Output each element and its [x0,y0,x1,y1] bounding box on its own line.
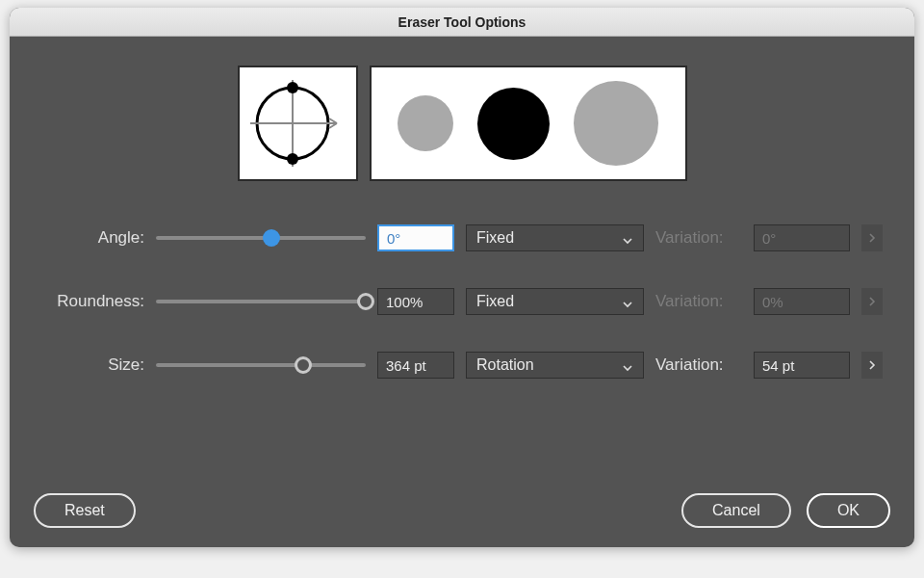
brush-sample-max-icon [574,81,658,166]
cancel-button[interactable]: Cancel [681,493,791,528]
preview-row [34,66,890,181]
size-variation-input[interactable] [754,352,850,379]
controls-group: Angle: Fixed Variation: [34,224,890,379]
brush-sample-mid-icon [477,88,550,160]
angle-label: Angle: [34,228,144,248]
brush-sample-min-icon [398,95,453,151]
angle-diagram-icon [243,70,353,176]
ok-button[interactable]: OK [807,493,890,528]
roundness-mode-dropdown[interactable]: Fixed [466,288,644,315]
angle-variation-input [754,224,850,251]
roundness-row: Roundness: Fixed Variation: [34,288,890,315]
svg-point-3 [287,82,298,93]
chevron-down-icon [622,297,633,314]
angle-variation-stepper [861,224,883,251]
chevron-down-icon [622,360,633,378]
size-variation-stepper[interactable] [861,352,883,379]
dialog-footer: Reset Cancel OK [34,469,890,528]
roundness-variation-label: Variation: [655,292,742,311]
angle-slider[interactable] [156,229,366,247]
size-variation-label: Variation: [655,355,742,375]
size-input[interactable] [377,352,454,379]
chevron-down-icon [622,233,633,250]
size-slider[interactable] [156,356,366,374]
dialog-title: Eraser Tool Options [398,14,526,30]
angle-variation-label: Variation: [655,228,742,248]
reset-button[interactable]: Reset [34,493,136,528]
dialog-body: Angle: Fixed Variation: [10,37,914,547]
angle-mode-dropdown[interactable]: Fixed [466,224,644,251]
angle-input[interactable] [377,224,454,251]
roundness-variation-input [754,288,850,315]
angle-preview[interactable] [238,66,358,181]
size-mode-value: Rotation [476,356,534,374]
dialog-titlebar[interactable]: Eraser Tool Options [10,8,914,37]
size-row: Size: Rotation Variation: [34,352,890,379]
angle-mode-value: Fixed [476,229,514,247]
dialog-window: Eraser Tool Options [10,8,914,547]
roundness-input[interactable] [377,288,454,315]
roundness-mode-value: Fixed [476,293,514,310]
roundness-variation-stepper [861,288,883,315]
size-label: Size: [34,355,144,375]
roundness-slider[interactable] [156,293,366,310]
size-mode-dropdown[interactable]: Rotation [466,352,644,379]
svg-point-4 [287,153,298,165]
angle-row: Angle: Fixed Variation: [34,224,890,251]
brush-preview [370,66,687,181]
roundness-label: Roundness: [34,292,144,311]
